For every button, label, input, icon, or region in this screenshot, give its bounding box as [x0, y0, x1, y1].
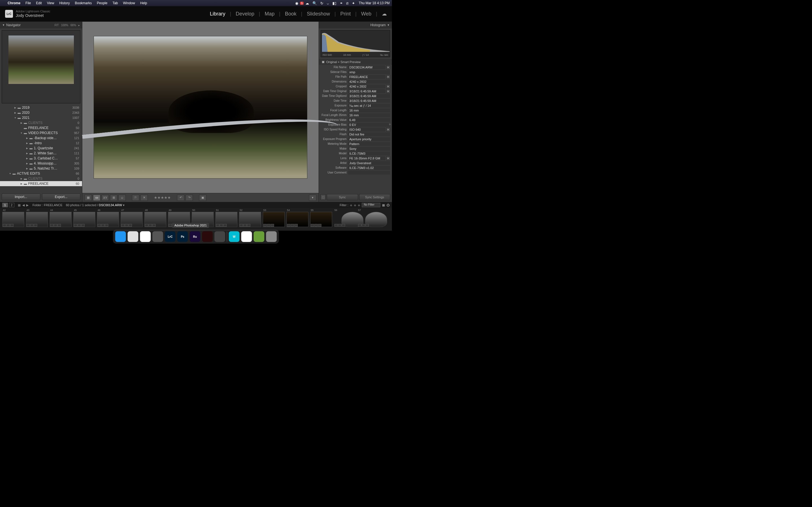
dock-item-preview[interactable]: [153, 231, 163, 242]
s-icon[interactable]: S: [300, 2, 304, 5]
meta-value[interactable]: Sony: [348, 147, 390, 151]
flag-pick-button[interactable]: ⚐: [132, 194, 139, 201]
folder-row[interactable]: ▶ ▬ 4. Mississipp… 305: [0, 161, 82, 166]
folder-row[interactable]: ▶ ▬ -Intro 12: [0, 140, 82, 146]
folder-name[interactable]: FREELANCE: [44, 203, 62, 207]
menu-file[interactable]: File: [23, 1, 33, 5]
dock-item-app[interactable]: [254, 231, 264, 242]
filmstrip-thumb[interactable]: 51: [215, 209, 238, 227]
zoom-menu-icon[interactable]: ▸: [79, 24, 80, 27]
timemachine-icon[interactable]: ↻: [319, 1, 325, 5]
screen-tab-2[interactable]: 2: [9, 203, 15, 207]
zoom-fit[interactable]: FIT: [54, 24, 59, 27]
meta-value[interactable]: FREELANCE: [348, 75, 385, 79]
cloud-icon[interactable]: ☁: [377, 11, 387, 17]
survey-view-button[interactable]: ⊞: [110, 194, 117, 201]
loupe-view-button[interactable]: ▭: [93, 194, 100, 201]
filmstrip-thumb[interactable]: 53: [263, 209, 285, 227]
rating-stars[interactable]: ★★★★★: [154, 195, 171, 200]
folder-row[interactable]: ▶ ▬ 2. White San… 111: [0, 151, 82, 156]
cc-icon[interactable]: ◉: [294, 1, 300, 5]
folder-row[interactable]: ▶ ▬ 3. Carlsbad C… 57: [0, 156, 82, 161]
dock-item-ru[interactable]: Ru: [190, 231, 200, 242]
meta-value[interactable]: ILCE-7SM3 v1.02: [348, 166, 390, 170]
folder-row[interactable]: ▬ FREELANCE 50: [0, 125, 82, 130]
meta-value[interactable]: 3/18/21 6:45:59 AM: [348, 94, 390, 98]
filmstrip-thumb[interactable]: 57: [357, 209, 379, 227]
meta-value[interactable]: [348, 171, 390, 175]
folder-row[interactable]: ▶ ▬ 2019 3038: [0, 105, 82, 110]
menu-history[interactable]: History: [57, 1, 72, 5]
filmstrip-thumb[interactable]: 54: [287, 209, 308, 227]
battery-icon[interactable]: ▮▯: [331, 1, 338, 5]
meta-value[interactable]: Aperture priority: [348, 137, 390, 141]
module-book[interactable]: Book: [280, 11, 301, 17]
menu-people[interactable]: People: [94, 1, 110, 5]
meta-value[interactable]: xmp: [348, 70, 390, 74]
zoom-100[interactable]: 100%: [61, 24, 68, 27]
folder-row[interactable]: ▶ ▬ CLIENTS 0: [0, 120, 82, 125]
filmstrip-thumb[interactable]: 52: [239, 209, 261, 227]
link-icon[interactable]: ⚭: [338, 1, 345, 5]
folder-row[interactable]: ▼ ▬ VIDEO PROJECTS 957: [0, 130, 82, 135]
search-icon[interactable]: 🔍: [311, 1, 319, 5]
meta-value[interactable]: 0 EV: [348, 123, 390, 127]
folder-row[interactable]: ▶ ▬ 5. Natchez Tr… 109: [0, 166, 82, 171]
filmstrip-thumb[interactable]: 48: [144, 209, 166, 227]
dock-item-launchpad[interactable]: [128, 231, 139, 242]
menu-view[interactable]: View: [44, 1, 57, 5]
sync-button[interactable]: Sync: [327, 194, 358, 200]
filmstrip-thumb[interactable]: 42: [2, 209, 24, 227]
grid-icon[interactable]: ▦: [18, 203, 20, 207]
module-slideshow[interactable]: Slideshow: [302, 11, 335, 17]
filter-flag-icon[interactable]: ◈: [358, 203, 360, 207]
right-panel-toggle-icon[interactable]: ▶: [389, 122, 391, 126]
dock-item-settings[interactable]: [214, 231, 225, 242]
filmstrip-thumb[interactable]: 44: [50, 209, 71, 227]
zoom-66[interactable]: 66%: [70, 24, 76, 27]
meta-value[interactable]: FE 16-35mm F2.8 GM: [348, 156, 385, 160]
menu-help[interactable]: Help: [138, 1, 150, 5]
rotate-left-button[interactable]: ↶: [177, 194, 185, 201]
navigator-header[interactable]: ▼ Navigator FIT 100% 66% ▸: [0, 22, 82, 29]
meta-value[interactable]: 16 mm: [348, 108, 390, 112]
meta-action-icon[interactable]: ▸: [386, 128, 390, 131]
menu-window[interactable]: Window: [120, 1, 138, 5]
bluetooth-icon[interactable]: ⌵: [325, 1, 331, 5]
folder-row[interactable]: ▶ ▬ CLIENTS 0: [0, 176, 82, 181]
filmstrip-thumb[interactable]: 47: [121, 209, 143, 227]
toolbar-menu-icon[interactable]: ▾: [309, 194, 316, 201]
clock[interactable]: Thu Mar 18 4:13 PM: [357, 1, 390, 5]
dock-item-cal[interactable]: [241, 231, 252, 242]
meta-value[interactable]: 4240 x 2832: [348, 84, 385, 89]
histogram[interactable]: ISO 640 16 mm ƒ / 14 ¹⁄₃₀ sec: [320, 30, 390, 57]
flag-reject-button[interactable]: ✕: [140, 194, 148, 201]
folder-row[interactable]: ▶ ▬ FREELANCE 60: [0, 181, 82, 186]
filter-switch-icon[interactable]: ⏻: [387, 203, 390, 207]
module-web[interactable]: Web: [357, 11, 376, 17]
module-library[interactable]: Library: [205, 11, 230, 17]
meta-value[interactable]: ISO 640: [348, 128, 385, 131]
meta-value[interactable]: ¹⁄₃₀ sec at ƒ / 14: [348, 104, 390, 108]
grid-view-button[interactable]: ▦: [85, 194, 92, 201]
meta-value[interactable]: ILCE-7SM3: [348, 152, 390, 156]
menu-bookmarks[interactable]: Bookmarks: [72, 1, 94, 5]
control-icon[interactable]: ⎚: [345, 1, 350, 5]
dock-item-trash[interactable]: [266, 231, 277, 242]
folder-row[interactable]: ▶ ▬ -Backup vide… 121: [0, 135, 82, 140]
meta-action-icon[interactable]: ▸: [386, 75, 390, 79]
meta-action-icon[interactable]: ▸: [386, 84, 390, 89]
import-button[interactable]: Import...: [2, 193, 40, 200]
forward-icon[interactable]: ▶: [26, 203, 29, 207]
navigator-preview[interactable]: [2, 30, 80, 103]
people-view-button[interactable]: ☺: [118, 194, 126, 201]
menu-edit[interactable]: Edit: [34, 1, 45, 5]
impromptu-slideshow-button[interactable]: ▣: [199, 194, 206, 201]
back-icon[interactable]: ◀: [22, 203, 24, 207]
module-map[interactable]: Map: [260, 11, 279, 17]
rotate-right-button[interactable]: ↷: [186, 194, 193, 201]
app-menu[interactable]: Chrome: [5, 1, 23, 5]
filmstrip-thumb[interactable]: 45: [73, 209, 95, 227]
path-dropdown-icon[interactable]: ▾: [123, 203, 124, 207]
histogram-header[interactable]: Histogram ▼: [319, 22, 392, 29]
